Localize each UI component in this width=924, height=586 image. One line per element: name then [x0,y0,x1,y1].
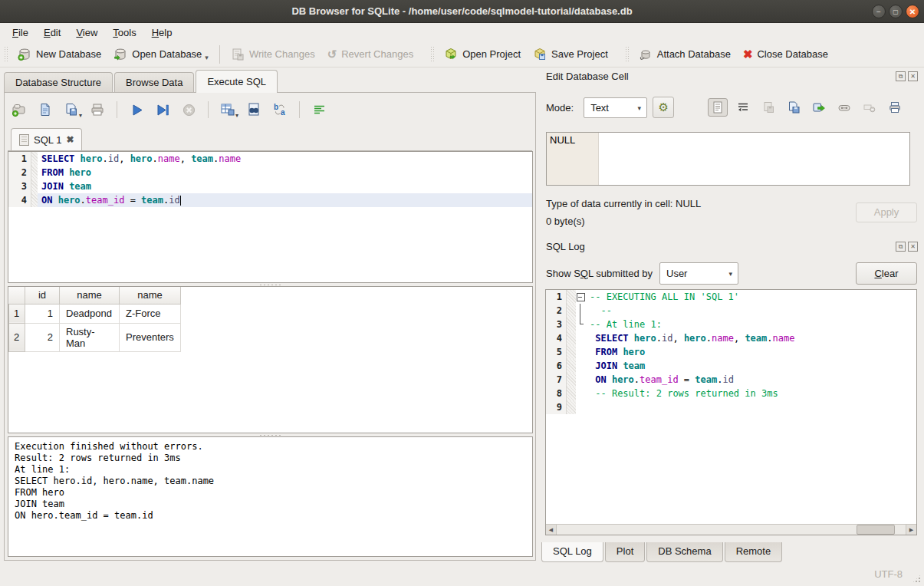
export-cell-button[interactable] [784,98,804,117]
code-line[interactable]: 3JOIN team [8,179,532,193]
new-sql-tab-button[interactable] [11,101,28,118]
maximize-button[interactable]: ▢ [889,5,903,18]
save-as-cell-button[interactable] [809,98,829,117]
tab-db-schema[interactable]: DB Schema [646,542,722,562]
scrollbar-thumb[interactable] [857,525,895,535]
menu-help[interactable]: Help [144,25,180,41]
toolbar-drag-handle[interactable] [430,46,436,63]
line-number: 3 [546,318,567,331]
float-panel-button[interactable]: ⧉ [896,71,906,81]
code-line[interactable]: 4 SELECT hero.id, hero.name, team.name [546,331,916,345]
close-button[interactable]: ✕ [906,5,919,18]
cell-id[interactable]: 2 [25,323,60,351]
line-number: 9 [546,400,567,414]
scrollbar-track[interactable] [557,525,906,535]
close-panel-button[interactable]: ✕ [908,71,918,81]
tab-database-structure[interactable]: Database Structure [4,72,113,93]
tab-remote[interactable]: Remote [725,542,783,562]
close-database-button[interactable]: ✖ Close Database [737,45,834,64]
execution-message[interactable]: Execution finished without errors. Resul… [8,436,533,557]
toolbar-separator [299,101,300,118]
resize-grip-icon[interactable] [912,574,922,584]
code-text: JOIN team [586,359,916,373]
scroll-right-button[interactable]: ▶ [906,525,916,535]
cell-editor[interactable]: NULL [546,132,910,186]
execute-all-button[interactable] [128,101,145,118]
code-line[interactable]: 8 -- Result: 2 rows returned in 3ms [546,387,916,400]
cell-editor-content[interactable] [599,133,909,185]
open-project-button[interactable]: Open Project [438,44,527,64]
row-header[interactable]: 1 [9,304,25,323]
save-project-button[interactable]: Save Project [527,44,614,64]
code-line[interactable]: 2FROM hero [8,166,532,179]
menu-tools[interactable]: Tools [105,25,143,41]
tab-execute-sql[interactable]: Execute SQL [196,70,278,93]
save-sql-dropdown-icon[interactable]: ▾ [79,112,82,119]
minimize-button[interactable]: − [872,5,886,18]
code-line[interactable]: 9 [546,400,916,414]
menu-file[interactable]: File [5,25,36,41]
code-line[interactable]: 7 ON hero.team_id = team.id [546,373,916,387]
cell-team-name[interactable]: Z-Force [120,304,181,323]
find-button[interactable] [245,101,262,118]
print-button[interactable] [89,101,106,118]
minimize-icon: − [876,8,881,16]
toolbar-drag-handle[interactable] [4,46,9,63]
open-sql-file-button[interactable] [37,101,54,118]
float-panel-button[interactable]: ⧉ [896,242,906,252]
mode-select[interactable]: Text ▾ [584,97,647,118]
cell-hero-name[interactable]: Deadpond [60,304,120,323]
cell-value: NULL [550,134,575,146]
copy-link-button[interactable] [834,98,854,117]
sql-log-view[interactable]: 1-- EXECUTING ALL IN 'SQL 1'2 --3-- At l… [545,289,917,535]
titlebar[interactable]: DB Browser for SQLite - /home/user/code/… [0,0,924,23]
results-col-name2[interactable]: name [120,287,181,304]
fold-marker-icon[interactable] [576,290,586,304]
menu-view[interactable]: View [68,25,105,41]
open-database-dropdown-icon[interactable]: ▾ [205,54,209,61]
cell-hero-name[interactable]: Rusty-Man [60,323,120,351]
sql1-tab-close-icon[interactable]: ✖ [66,134,74,145]
close-panel-button[interactable]: ✕ [908,242,918,252]
attach-database-button[interactable]: Attach Database [633,44,737,64]
text-mode-button[interactable] [708,98,728,117]
results-col-name1[interactable]: name [60,287,120,304]
code-line[interactable]: 5 FROM hero [546,345,916,359]
open-database-button[interactable]: Open Database ▾ [107,44,215,64]
close-database-icon: ✖ [743,48,753,61]
replace-button[interactable]: b a [271,101,288,118]
save-sql-file-button[interactable]: ▾ [63,101,80,118]
tab-browse-data[interactable]: Browse Data [114,72,194,93]
scroll-left-button[interactable]: ◀ [546,525,557,535]
print-cell-button[interactable] [885,98,905,117]
sql1-tab[interactable]: SQL 1 ✖ [11,128,82,150]
clear-log-button[interactable]: Clear [856,262,917,285]
format-sql-button[interactable] [311,101,327,118]
save-results-button[interactable]: ▾ [219,101,236,118]
execute-line-icon [156,103,170,117]
results-corner-cell[interactable] [9,287,25,304]
new-database-button[interactable]: New Database [12,44,107,64]
auto-apply-button[interactable]: ⚙ [653,97,674,118]
cell-team-name[interactable]: Preventers [120,323,181,351]
open-project-label: Open Project [462,48,521,60]
code-line[interactable]: 1-- EXECUTING ALL IN 'SQL 1' [546,290,916,304]
menu-edit[interactable]: Edit [36,25,68,41]
code-line[interactable]: 4ON hero.team_id = team.id [8,193,532,207]
save-project-label: Save Project [551,48,608,60]
save-results-dropdown-icon[interactable]: ▾ [235,112,238,119]
code-line[interactable]: 1SELECT hero.id, hero.name, team.name [8,152,532,166]
cell-id[interactable]: 1 [25,304,60,323]
toolbar-drag-handle[interactable] [625,46,630,63]
log-filter-select[interactable]: User ▾ [659,262,738,285]
word-wrap-button[interactable] [733,98,753,117]
tab-plot[interactable]: Plot [605,542,645,562]
results-col-id[interactable]: id [25,287,60,304]
code-line[interactable]: 3-- At line 1: [546,318,916,331]
code-line[interactable]: 2 -- [546,304,916,318]
code-line[interactable]: 6 JOIN team [546,359,916,373]
execute-line-button[interactable] [154,101,171,118]
sql-editor[interactable]: 1SELECT hero.id, hero.name, team.name2FR… [8,151,533,283]
row-header[interactable]: 2 [9,323,25,351]
tab-sql-log[interactable]: SQL Log [541,542,603,562]
